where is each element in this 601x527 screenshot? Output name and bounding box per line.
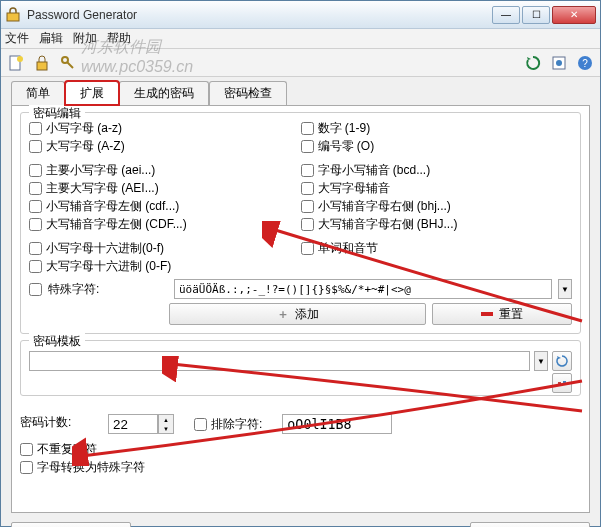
- menubar: 文件 扁辑 附加 帮助: [1, 29, 600, 49]
- chk-lower[interactable]: [29, 122, 42, 135]
- menu-help[interactable]: 帮助: [107, 30, 131, 47]
- template-refresh-button[interactable]: [552, 351, 572, 371]
- template-input[interactable]: [29, 351, 530, 371]
- tab-bar: 简单 扩展 生成的密码 密码检查: [1, 81, 600, 105]
- plus-icon: ＋: [277, 306, 289, 323]
- lbl-cons-lower-left: 小写辅音字母左侧 (cdf...): [46, 198, 179, 215]
- chk-convert[interactable]: [20, 461, 33, 474]
- refresh-icon[interactable]: [524, 54, 542, 72]
- lbl-special: 特殊字符:: [48, 281, 168, 298]
- titlebar: Password Generator — ☐ ✕: [1, 1, 600, 29]
- lbl-lower: 小写字母 (a-z): [46, 120, 122, 137]
- template-group: 密码模板 ▼: [20, 340, 581, 396]
- app-icon: [5, 7, 21, 23]
- chk-syllable[interactable]: [301, 242, 314, 255]
- lbl-exclude: 排除字符:: [211, 416, 262, 433]
- chk-exclude[interactable]: [194, 418, 207, 431]
- count-spinner[interactable]: ▲▼: [158, 414, 174, 434]
- footer: 生成 退出: [1, 519, 600, 527]
- lbl-alpha-lower-cons: 字母小写辅音 (bcd...): [318, 162, 431, 179]
- svg-rect-9: [558, 382, 561, 385]
- lbl-cons-lower-right: 小写辅音字母右侧 (bhj...): [318, 198, 451, 215]
- chk-upper[interactable]: [29, 140, 42, 153]
- chk-zero[interactable]: [301, 140, 314, 153]
- template-dropdown[interactable]: ▼: [534, 351, 548, 371]
- group-title-template: 密码模板: [29, 333, 85, 350]
- template-shuffle-button[interactable]: [552, 373, 572, 393]
- lock-icon[interactable]: [33, 54, 51, 72]
- tab-content: 密码编辑 小写字母 (a-z) 大写字母 (A-Z) 主要小写字母 (aei..…: [11, 105, 590, 513]
- lbl-digits: 数字 (1-9): [318, 120, 371, 137]
- tab-extended[interactable]: 扩展: [65, 81, 119, 105]
- group-title-edit: 密码编辑: [29, 105, 85, 122]
- lbl-upper: 大写字母 (A-Z): [46, 138, 125, 155]
- chk-special[interactable]: [29, 283, 42, 296]
- menu-view[interactable]: 扁辑: [39, 30, 63, 47]
- maximize-button[interactable]: ☐: [522, 6, 550, 24]
- lbl-convert: 字母转换为特殊字符: [37, 459, 145, 476]
- svg-point-6: [556, 60, 562, 66]
- chk-hex-lower[interactable]: [29, 242, 42, 255]
- lbl-cons-upper-right: 大写辅音字母右侧 (BHJ...): [318, 216, 458, 233]
- password-edit-group: 密码编辑 小写字母 (a-z) 大写字母 (A-Z) 主要小写字母 (aei..…: [20, 112, 581, 334]
- chk-alpha-upper-cons[interactable]: [301, 182, 314, 195]
- reset-button[interactable]: 重置: [432, 303, 572, 325]
- chk-alpha-lower-cons[interactable]: [301, 164, 314, 177]
- exit-button[interactable]: 退出: [470, 522, 590, 527]
- lbl-count: 密码计数:: [20, 414, 88, 431]
- tab-simple[interactable]: 简单: [11, 81, 65, 105]
- minimize-button[interactable]: —: [492, 6, 520, 24]
- options-icon[interactable]: [550, 54, 568, 72]
- chk-cons-lower-right[interactable]: [301, 200, 314, 213]
- generate-button[interactable]: 生成: [11, 522, 131, 527]
- toolbar: ?: [1, 49, 600, 77]
- help-icon[interactable]: ?: [576, 54, 594, 72]
- tab-generated[interactable]: 生成的密码: [119, 81, 209, 105]
- menu-file[interactable]: 文件: [5, 30, 29, 47]
- window-title: Password Generator: [27, 8, 492, 22]
- add-button[interactable]: ＋添加: [169, 303, 426, 325]
- tab-check[interactable]: 密码检查: [209, 81, 287, 105]
- svg-point-2: [17, 56, 23, 62]
- lbl-vowel-lower: 主要小写字母 (aei...): [46, 162, 155, 179]
- minus-icon: [481, 312, 493, 316]
- special-input[interactable]: [174, 279, 552, 299]
- chk-cons-lower-left[interactable]: [29, 200, 42, 213]
- new-icon[interactable]: [7, 54, 25, 72]
- special-dropdown[interactable]: ▼: [558, 279, 572, 299]
- chk-digits[interactable]: [301, 122, 314, 135]
- lbl-zero: 编号零 (O): [318, 138, 375, 155]
- svg-rect-3: [37, 62, 47, 70]
- chk-vowel-upper[interactable]: [29, 182, 42, 195]
- svg-text:?: ?: [582, 58, 588, 69]
- lbl-hex-upper: 大写字母十六进制 (0-F): [46, 258, 171, 275]
- lbl-no-repeat: 不重复字符: [37, 441, 97, 458]
- app-window: Password Generator — ☐ ✕ 文件 扁辑 附加 帮助 ? 河…: [0, 0, 601, 527]
- lbl-cons-upper-left: 大写辅音字母左侧 (CDF...): [46, 216, 187, 233]
- svg-rect-10: [563, 381, 566, 384]
- close-button[interactable]: ✕: [552, 6, 596, 24]
- lbl-hex-lower: 小写字母十六进制(0-f): [46, 240, 164, 257]
- chk-no-repeat[interactable]: [20, 443, 33, 456]
- lbl-vowel-upper: 主要大写字母 (AEI...): [46, 180, 159, 197]
- chk-cons-upper-left[interactable]: [29, 218, 42, 231]
- exclude-input[interactable]: [282, 414, 392, 434]
- chk-cons-upper-right[interactable]: [301, 218, 314, 231]
- lbl-alpha-upper-cons: 大写字母辅音: [318, 180, 390, 197]
- chk-hex-upper[interactable]: [29, 260, 42, 273]
- svg-rect-0: [7, 13, 19, 21]
- key-icon[interactable]: [59, 54, 77, 72]
- menu-addon[interactable]: 附加: [73, 30, 97, 47]
- lbl-syllable: 单词和音节: [318, 240, 378, 257]
- count-input[interactable]: [108, 414, 158, 434]
- chk-vowel-lower[interactable]: [29, 164, 42, 177]
